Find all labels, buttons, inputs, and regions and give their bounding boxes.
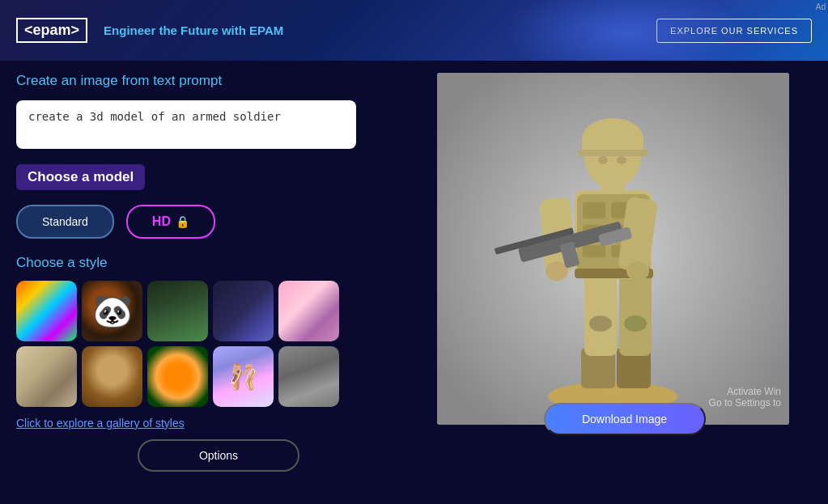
ballet-icon: 🩰 <box>228 362 258 391</box>
section-title: Create an image from text prompt <box>16 73 421 89</box>
svg-rect-15 <box>583 245 605 257</box>
style-thumb-sketch-vehicle[interactable] <box>16 346 77 407</box>
svg-rect-5 <box>584 267 617 356</box>
hd-label: HD <box>152 214 171 229</box>
style-thumb-floral-burst[interactable] <box>147 346 208 407</box>
preview-image: Activate Win Go to Settings to <box>437 73 789 425</box>
style-grid: 🐼 🩰 <box>16 281 421 407</box>
activate-watermark: Activate Win Go to Settings to <box>709 386 781 409</box>
tagline-highlight: Future <box>180 23 219 37</box>
style-thumb-colorful-abstract[interactable] <box>16 281 77 341</box>
lock-icon: 🔒 <box>176 215 189 228</box>
top-banner: Ad <epam> Engineer the Future with EPAM … <box>0 0 828 61</box>
panda-icon: 🐼 <box>92 292 133 330</box>
right-panel: Activate Win Go to Settings to Download … <box>437 73 812 492</box>
svg-point-21 <box>626 261 649 281</box>
tagline-suffix: with EPAM <box>219 23 284 37</box>
gallery-link[interactable]: Click to explore a gallery of styles <box>16 417 421 430</box>
svg-point-32 <box>617 156 626 164</box>
ad-indicator: Ad <box>816 2 826 11</box>
style-thumb-ballet-dancers[interactable]: 🩰 <box>213 346 274 407</box>
left-panel: Create an image from text prompt create … <box>16 73 421 492</box>
svg-rect-6 <box>619 271 652 356</box>
svg-point-31 <box>598 156 608 164</box>
standard-model-button[interactable]: Standard <box>16 205 114 239</box>
svg-rect-11 <box>583 202 605 218</box>
choose-style-label: Choose a style <box>16 255 421 271</box>
choose-model-label[interactable]: Choose a model <box>16 164 145 190</box>
banner-tagline: Engineer the Future with EPAM <box>104 23 283 37</box>
svg-rect-30 <box>579 150 648 156</box>
svg-point-8 <box>624 316 647 332</box>
hd-model-button[interactable]: HD 🔒 <box>126 205 215 239</box>
download-button[interactable]: Download Image <box>544 403 706 435</box>
watermark-line1: Activate Win <box>709 386 781 397</box>
watermark-line2: Go to Settings to <box>709 397 781 409</box>
explore-services-button[interactable]: EXPLORE OUR SERVICES <box>656 19 812 43</box>
style-thumb-forest-realism[interactable] <box>147 281 208 341</box>
style-thumb-panda-cartoon[interactable]: 🐼 <box>82 281 142 341</box>
svg-point-7 <box>589 316 612 332</box>
options-button[interactable]: Options <box>138 439 299 472</box>
style-thumb-mona-lisa[interactable] <box>82 346 142 407</box>
style-thumb-sci-fi-robot[interactable] <box>213 281 274 341</box>
soldier-svg <box>437 73 789 425</box>
tagline-prefix: Engineer the <box>104 23 180 37</box>
model-buttons: Standard HD 🔒 <box>16 205 421 239</box>
style-thumb-anime-girl[interactable] <box>278 281 339 341</box>
epam-logo: <epam> <box>16 18 87 43</box>
main-content: Create an image from text prompt create … <box>0 61 828 504</box>
download-btn-label: Download Image <box>582 413 667 426</box>
prompt-input[interactable]: create a 3d model of an armed soldier <box>16 100 356 149</box>
style-thumb-city-sketch[interactable] <box>278 346 339 407</box>
banner-left: <epam> Engineer the Future with EPAM <box>16 18 283 43</box>
